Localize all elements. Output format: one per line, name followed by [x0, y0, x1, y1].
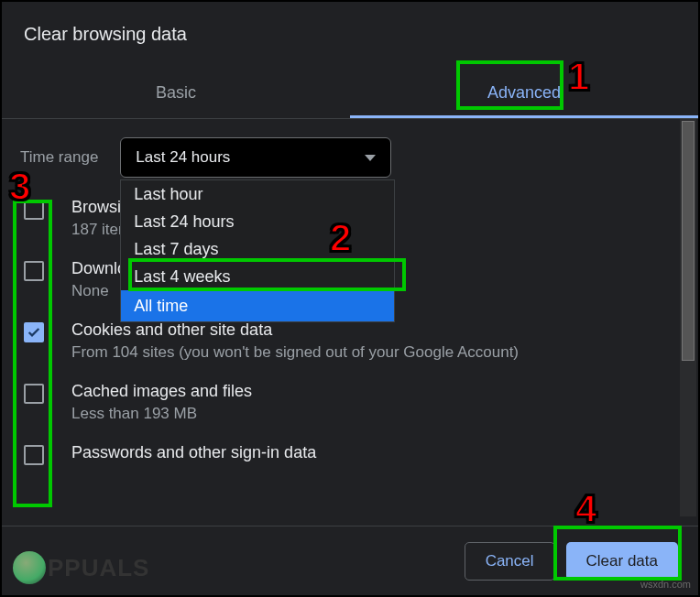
time-range-value: Last 24 hours [136, 148, 230, 167]
item-subtitle: Less than 193 MB [71, 405, 252, 423]
checkbox-cookies[interactable] [24, 322, 44, 342]
dialog-body: Time range Last 24 hours Last hour Last … [2, 119, 698, 516]
time-range-option-alltime[interactable]: All time [121, 290, 394, 321]
appuals-icon [13, 551, 46, 584]
item-subtitle: From 104 sites (you won't be signed out … [71, 343, 519, 362]
item-title: Cookies and other site data [71, 320, 519, 340]
time-range-option[interactable]: Last hour [121, 180, 394, 208]
tab-basic[interactable]: Basic [2, 71, 350, 118]
time-range-menu: Last hour Last 24 hours Last 7 days Last… [120, 179, 395, 322]
item-title: Passwords and other sign-in data [71, 443, 316, 462]
checkbox-download-history[interactable] [24, 261, 44, 281]
check-icon [27, 325, 41, 340]
time-range-label: Time range [20, 148, 98, 167]
checkbox-passwords[interactable] [24, 445, 44, 465]
scrollbar[interactable] [680, 119, 696, 516]
list-item: Cookies and other site data From 104 sit… [24, 320, 662, 362]
time-range-dropdown[interactable]: Last 24 hours Last hour Last 24 hours La… [120, 137, 391, 178]
tab-advanced[interactable]: Advanced [350, 71, 698, 118]
watermark: wsxdn.com [640, 579, 691, 590]
clear-browsing-data-dialog: Clear browsing data Basic Advanced Time … [2, 2, 698, 595]
checkbox-cached[interactable] [24, 384, 44, 404]
appuals-logo: PPUALS [13, 551, 149, 584]
list-item: Cached images and files Less than 193 MB [24, 382, 662, 423]
scroll-thumb[interactable] [682, 121, 695, 361]
checkbox-browsing-history[interactable] [24, 200, 44, 220]
time-range-option[interactable]: Last 24 hours [121, 208, 394, 235]
clear-data-button[interactable]: Clear data [566, 542, 678, 581]
cancel-button[interactable]: Cancel [465, 542, 555, 581]
item-title: Cached images and files [71, 382, 252, 401]
list-item: Passwords and other sign-in data [24, 443, 662, 466]
chevron-down-icon [365, 155, 376, 161]
appuals-text: PPUALS [48, 554, 149, 582]
dialog-title: Clear browsing data [2, 2, 698, 45]
time-range-option[interactable]: Last 4 weeks [121, 263, 394, 290]
time-range-field[interactable]: Last 24 hours [120, 137, 391, 178]
time-range-option[interactable]: Last 7 days [121, 235, 394, 263]
tabs: Basic Advanced [2, 71, 698, 119]
